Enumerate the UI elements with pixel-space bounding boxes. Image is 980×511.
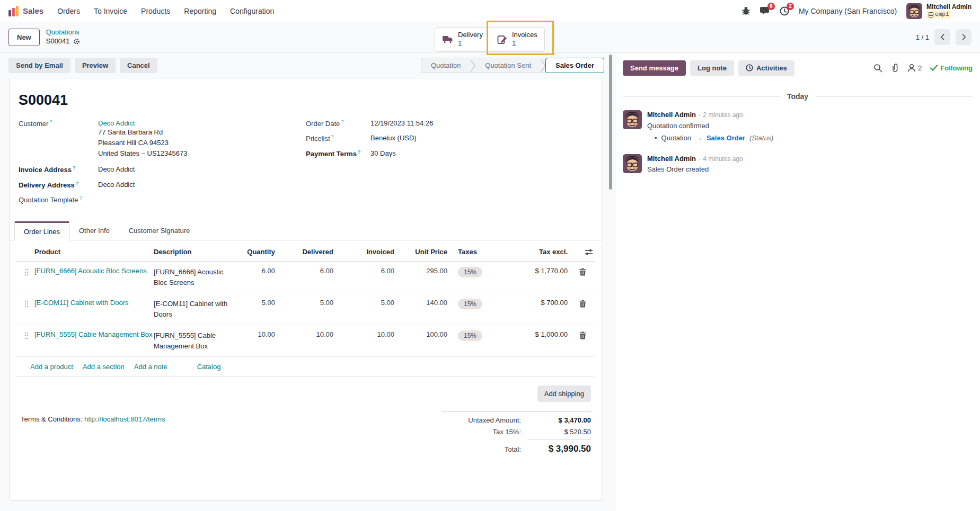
send-message-button[interactable]: Send message (623, 60, 686, 76)
attachments-button[interactable] (891, 63, 899, 73)
messages-icon[interactable]: 6 (760, 6, 770, 15)
tax-badge[interactable]: 15% (458, 330, 482, 341)
tab-other-info[interactable]: Other Info (69, 221, 119, 240)
order-line-row[interactable]: [FURN_6666] Acoustic Bloc Screens [FURN_… (16, 262, 595, 293)
line-unit-price[interactable]: 295.00 (398, 267, 451, 275)
sales-app-icon (8, 6, 19, 16)
message-avatar (623, 110, 642, 144)
drag-handle-icon[interactable] (19, 299, 34, 308)
company-switcher[interactable]: My Company (San Francisco) (799, 7, 897, 15)
product-link[interactable]: [FURN_6666] Acoustic Bloc Screens (34, 267, 154, 275)
menu-reporting[interactable]: Reporting (184, 7, 216, 15)
col-tax-excl[interactable]: Tax excl. (501, 248, 572, 256)
add-product-link[interactable]: Add a product (30, 363, 73, 371)
customer-link[interactable]: Deco Addict (98, 119, 135, 127)
tax-badge[interactable]: 15% (458, 299, 482, 309)
debug-bug-icon[interactable] (741, 6, 751, 15)
line-quantity[interactable]: 5.00 (233, 299, 278, 307)
col-invoiced[interactable]: Invoiced (337, 248, 398, 256)
line-delivered[interactable]: 6.00 (278, 267, 337, 275)
col-taxes[interactable]: Taxes (451, 248, 501, 256)
search-messages-button[interactable] (873, 64, 882, 73)
delete-line-button[interactable] (572, 267, 593, 276)
col-quantity[interactable]: Quantity (233, 248, 278, 256)
scrollbar-thumb[interactable] (609, 55, 612, 190)
line-unit-price[interactable]: 100.00 (398, 330, 451, 338)
cancel-button[interactable]: Cancel (120, 58, 157, 73)
activities-clock-icon[interactable]: 2 (780, 6, 789, 16)
pager-next-button[interactable] (956, 29, 972, 45)
user-menu[interactable]: Mitchell Admin emp1 (906, 3, 972, 19)
line-description[interactable]: [FURN_5555] Cable Management Box (154, 330, 233, 351)
tab-order-lines[interactable]: Order Lines (14, 221, 69, 240)
menu-products[interactable]: Products (141, 7, 170, 15)
activities-button[interactable]: Activities (738, 60, 794, 76)
delete-line-button[interactable] (572, 330, 593, 339)
tracking-new-value: Sales Order (707, 133, 745, 144)
catalog-link[interactable]: Catalog (197, 363, 221, 371)
col-product[interactable]: Product (34, 248, 154, 256)
menu-configuration[interactable]: Configuration (230, 7, 274, 15)
stage-quotation[interactable]: Quotation (421, 58, 470, 73)
add-shipping-button[interactable]: Add shipping (537, 386, 591, 402)
product-link[interactable]: [E-COM11] Cabinet with Doors (34, 299, 154, 307)
message-author[interactable]: Mitchell Admin (647, 154, 696, 164)
log-note-button[interactable]: Log note (690, 60, 734, 76)
table-header-row: Product Description Quantity Delivered I… (16, 240, 595, 262)
stage-quotation-sent[interactable]: Quotation Sent (475, 58, 541, 73)
chatter-message[interactable]: Mitchell Admin - 2 minutes ago Quotation… (623, 110, 973, 144)
terms-link[interactable]: http://localhost:8017/terms (84, 415, 165, 423)
invoices-smart-button[interactable]: Invoices 1 (490, 28, 544, 51)
line-unit-price[interactable]: 140.00 (398, 299, 451, 307)
drag-handle-icon[interactable] (19, 330, 34, 339)
pager-previous-button[interactable] (934, 29, 950, 45)
line-description[interactable]: [FURN_6666] Acoustic Bloc Screens (154, 267, 233, 288)
followers-button[interactable]: 2 (907, 64, 922, 72)
check-icon (930, 65, 938, 71)
add-note-link[interactable]: Add a note (134, 363, 167, 371)
tab-customer-signature[interactable]: Customer Signature (119, 221, 200, 240)
help-marker: ? (80, 195, 82, 201)
order-line-row[interactable]: [FURN_5555] Cable Management Box [FURN_5… (16, 325, 595, 357)
preview-button[interactable]: Preview (75, 58, 116, 73)
line-quantity[interactable]: 6.00 (233, 267, 278, 275)
drag-handle-icon[interactable] (19, 267, 34, 276)
send-by-email-button[interactable]: Send by Email (8, 58, 70, 73)
menu-to-invoice[interactable]: To Invoice (94, 7, 127, 15)
breadcrumb-quotations[interactable]: Quotations (46, 28, 80, 37)
tax-badge[interactable]: 15% (458, 267, 482, 277)
col-delivered[interactable]: Delivered (278, 248, 337, 256)
optional-columns-button[interactable] (572, 248, 593, 256)
invoice-address-value[interactable]: Deco Addict (98, 165, 135, 174)
menu-orders[interactable]: Orders (57, 7, 80, 15)
new-button[interactable]: New (8, 29, 40, 46)
app-name[interactable]: Sales (23, 6, 43, 15)
delivery-address-value[interactable]: Deco Addict (98, 181, 135, 189)
help-marker: ? (341, 119, 343, 124)
form-scrollbar[interactable] (609, 53, 612, 511)
payment-terms-value[interactable]: 30 Days (370, 149, 396, 158)
order-date-value[interactable]: 12/19/2023 11:54:26 (370, 119, 433, 128)
line-delivered[interactable]: 10.00 (278, 330, 337, 338)
line-invoiced[interactable]: 5.00 (337, 299, 398, 307)
col-description[interactable]: Description (154, 248, 233, 256)
message-author[interactable]: Mitchell Admin (647, 110, 696, 120)
following-button[interactable]: Following (930, 64, 973, 72)
order-line-row[interactable]: [E-COM11] Cabinet with Doors [E-COM11] C… (16, 293, 595, 325)
line-delivered[interactable]: 5.00 (278, 299, 337, 307)
line-invoiced[interactable]: 10.00 (337, 330, 398, 338)
line-quantity[interactable]: 10.00 (233, 330, 278, 338)
gear-icon[interactable] (73, 38, 80, 45)
app-switcher[interactable]: Sales (8, 6, 43, 16)
stage-sales-order[interactable]: Sales Order (545, 58, 604, 73)
add-section-link[interactable]: Add a section (83, 363, 125, 371)
line-invoiced[interactable]: 6.00 (337, 267, 398, 275)
chevron-left-icon (940, 33, 945, 41)
pricelist-value[interactable]: Benelux (USD) (370, 134, 417, 142)
line-description[interactable]: [E-COM11] Cabinet with Doors (154, 299, 233, 319)
col-unit-price[interactable]: Unit Price (398, 248, 451, 256)
delete-line-button[interactable] (572, 299, 593, 308)
product-link[interactable]: [FURN_5555] Cable Management Box (34, 330, 154, 338)
delivery-smart-button[interactable]: Delivery 1 (435, 28, 490, 51)
chatter-message[interactable]: Mitchell Admin - 4 minutes ago Sales Ord… (623, 154, 973, 175)
